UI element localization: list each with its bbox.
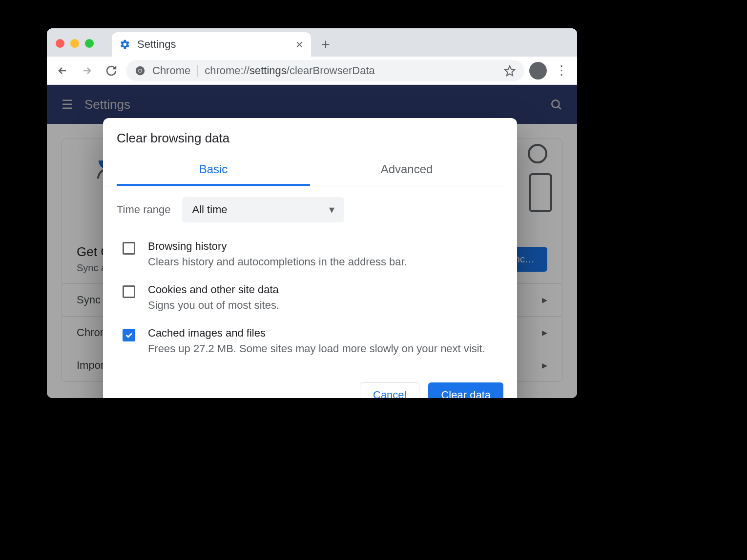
option-desc: Clears history and autocompletions in th… bbox=[148, 255, 407, 270]
fullscreen-window-button[interactable] bbox=[85, 39, 94, 48]
forward-button[interactable] bbox=[77, 61, 97, 80]
option-title: Browsing history bbox=[148, 240, 407, 253]
address-bar[interactable]: Chrome chrome://settings/clearBrowserDat… bbox=[126, 60, 524, 81]
chrome-icon bbox=[135, 65, 145, 76]
browser-tab[interactable]: Settings × bbox=[112, 32, 311, 57]
gear-icon bbox=[120, 39, 130, 50]
back-button[interactable] bbox=[53, 61, 72, 80]
profile-avatar-button[interactable] bbox=[529, 62, 547, 80]
clear-data-button[interactable]: Clear data bbox=[428, 382, 503, 398]
close-tab-icon[interactable]: × bbox=[296, 37, 303, 52]
close-window-button[interactable] bbox=[56, 39, 64, 48]
new-tab-button[interactable]: + bbox=[311, 32, 340, 57]
time-range-value: All time bbox=[192, 203, 227, 216]
browser-toolbar: Chrome chrome://settings/clearBrowserDat… bbox=[47, 57, 577, 85]
search-icon[interactable] bbox=[550, 98, 562, 111]
option-browsing-history[interactable]: Browsing history Clears history and auto… bbox=[103, 233, 517, 277]
tab-title: Settings bbox=[137, 38, 176, 51]
dialog-title: Clear browsing data bbox=[103, 118, 517, 155]
svg-point-3 bbox=[536, 65, 541, 71]
clear-browsing-data-dialog: Clear browsing data Basic Advanced Time … bbox=[103, 118, 517, 398]
option-desc: Signs you out of most sites. bbox=[148, 298, 279, 313]
tab-advanced[interactable]: Advanced bbox=[310, 155, 503, 186]
svg-point-2 bbox=[139, 69, 142, 72]
option-cache[interactable]: Cached images and files Frees up 27.2 MB… bbox=[103, 320, 517, 363]
reload-button[interactable] bbox=[102, 61, 121, 80]
window-traffic-lights bbox=[56, 39, 94, 48]
checkbox-browsing-history[interactable] bbox=[123, 242, 135, 255]
tab-strip: Settings × + bbox=[47, 28, 577, 57]
chevron-right-icon: ▸ bbox=[542, 359, 547, 372]
omnibox-url: chrome://settings/clearBrowserData bbox=[205, 64, 374, 77]
checkbox-cookies[interactable] bbox=[123, 285, 135, 298]
chevron-right-icon: ▸ bbox=[542, 294, 547, 306]
omnibox-secure-label: Chrome bbox=[152, 64, 190, 77]
option-desc: Frees up 27.2 MB. Some sites may load mo… bbox=[148, 341, 485, 357]
menu-kebab-button[interactable]: ⋮ bbox=[552, 63, 571, 78]
time-range-label: Time range bbox=[117, 203, 170, 216]
app-bar-title: Settings bbox=[84, 97, 130, 112]
option-title: Cookies and other site data bbox=[148, 283, 279, 296]
chevron-right-icon: ▸ bbox=[542, 326, 547, 339]
cancel-button[interactable]: Cancel bbox=[360, 382, 419, 398]
option-title: Cached images and files bbox=[148, 327, 485, 340]
time-range-dropdown[interactable]: All time ▾ bbox=[182, 197, 344, 222]
tab-basic[interactable]: Basic bbox=[117, 155, 310, 186]
checkbox-cache[interactable] bbox=[123, 329, 135, 341]
minimize-window-button[interactable] bbox=[70, 39, 79, 48]
hamburger-icon[interactable]: ☰ bbox=[62, 97, 73, 112]
bookmark-star-icon[interactable] bbox=[504, 65, 516, 77]
dialog-tabs: Basic Advanced bbox=[103, 155, 503, 186]
option-cookies[interactable]: Cookies and other site data Signs you ou… bbox=[103, 277, 517, 320]
svg-point-4 bbox=[552, 100, 559, 107]
dropdown-arrow-icon: ▾ bbox=[329, 203, 334, 216]
omnibox-separator bbox=[197, 65, 198, 77]
